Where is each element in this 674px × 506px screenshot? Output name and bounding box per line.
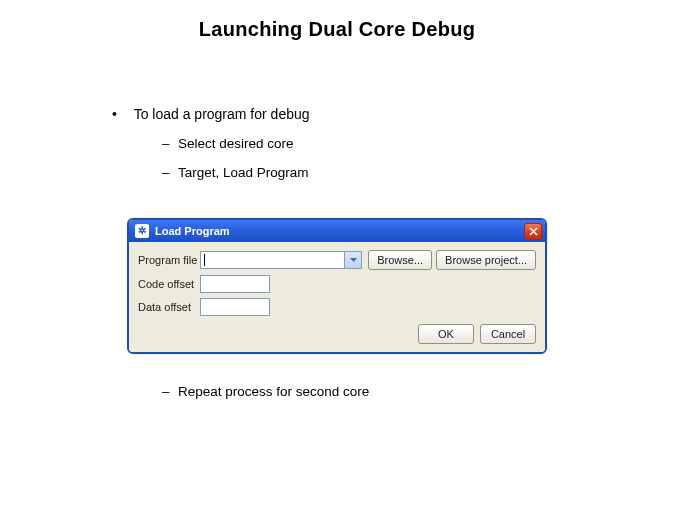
text-cursor — [204, 254, 205, 266]
data-offset-input[interactable] — [200, 298, 270, 316]
cancel-button[interactable]: Cancel — [480, 324, 536, 344]
browse-project-button[interactable]: Browse project... — [436, 250, 536, 270]
browse-button[interactable]: Browse... — [368, 250, 432, 270]
code-offset-label: Code offset — [138, 278, 200, 290]
bullet-load-program-text: To load a program for debug — [134, 106, 310, 122]
load-program-dialog: ✲ Load Program Program file Browse... Br… — [127, 218, 547, 354]
chevron-down-icon[interactable] — [344, 252, 361, 268]
app-icon: ✲ — [135, 224, 149, 238]
subbullet-repeat-process: Repeat process for second core — [162, 384, 369, 399]
close-icon[interactable] — [524, 223, 542, 240]
bullet-load-program: To load a program for debug Select desir… — [112, 106, 310, 180]
code-offset-input[interactable] — [200, 275, 270, 293]
program-file-combo[interactable] — [200, 251, 362, 269]
ok-button[interactable]: OK — [418, 324, 474, 344]
data-offset-label: Data offset — [138, 301, 200, 313]
subbullet-target-load: Target, Load Program — [162, 165, 310, 180]
dialog-titlebar[interactable]: ✲ Load Program — [129, 220, 545, 242]
subbullet-select-core: Select desired core — [162, 136, 310, 151]
dialog-title-text: Load Program — [155, 225, 230, 237]
slide-title: Launching Dual Core Debug — [0, 18, 674, 41]
program-file-label: Program file — [138, 254, 200, 266]
